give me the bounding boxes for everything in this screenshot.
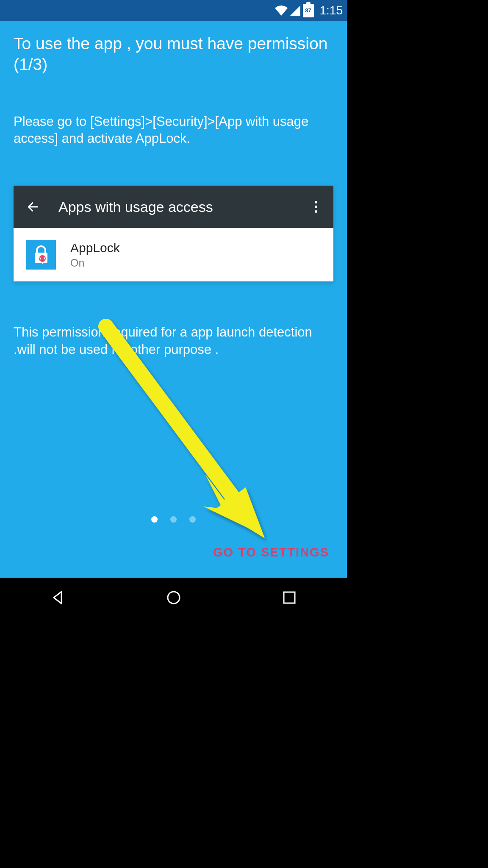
instructions-text: Please go to [Settings]>[Security]>[App …: [14, 113, 333, 148]
page-dot-3[interactable]: [189, 516, 196, 523]
footer-note: This permission required for a app launc…: [14, 324, 333, 359]
status-bar: 87 1:15: [0, 0, 347, 21]
wifi-icon: [275, 6, 288, 16]
battery-percent: 87: [305, 7, 311, 14]
svg-point-4: [168, 592, 180, 604]
svg-rect-5: [284, 592, 295, 603]
cell-signal-icon: [290, 6, 300, 16]
home-button[interactable]: [166, 590, 181, 605]
system-nav-bar: [0, 578, 347, 617]
status-icons: 87 1:15: [275, 4, 343, 17]
preview-header: Apps with usage access: [14, 186, 333, 228]
page-indicator: [0, 516, 347, 523]
go-to-settings-button[interactable]: GO TO SETTINGS: [211, 544, 331, 561]
page-dot-2[interactable]: [170, 516, 177, 523]
page-title: To use the app , you must have permissio…: [14, 33, 333, 75]
content: To use the app , you must have permissio…: [0, 21, 347, 578]
page-dot-1[interactable]: [151, 516, 158, 523]
status-time: 1:15: [320, 4, 343, 17]
preview-app-name: AppLock: [70, 241, 120, 255]
applock-icon: [26, 240, 56, 270]
overflow-menu-icon: [310, 201, 322, 213]
back-icon: [25, 200, 42, 214]
screen: 87 1:15 To use the app , you must have p…: [0, 0, 347, 617]
preview-title: Apps with usage access: [58, 199, 310, 215]
recent-apps-button[interactable]: [282, 590, 297, 605]
preview-app-row: AppLock On: [14, 228, 333, 281]
preview-app-text: AppLock On: [70, 241, 120, 269]
battery-icon: 87: [303, 4, 314, 17]
back-button[interactable]: [50, 590, 66, 605]
settings-preview: Apps with usage access AppLock On: [14, 186, 333, 281]
preview-app-status: On: [70, 257, 120, 269]
